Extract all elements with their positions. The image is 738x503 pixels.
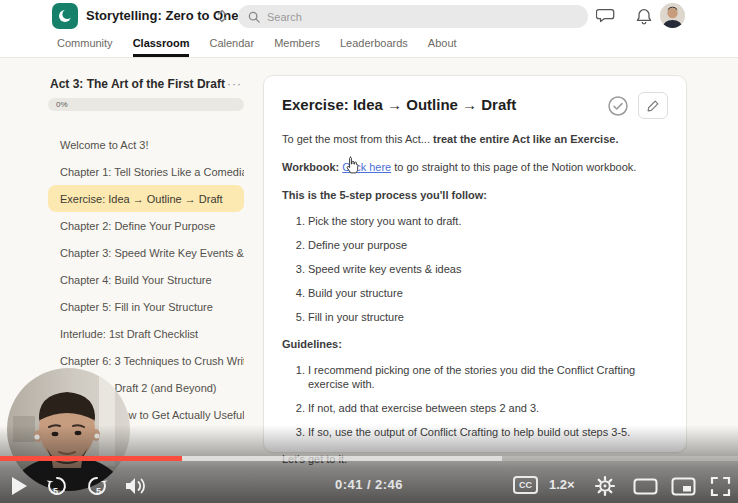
avatar-photo [660, 3, 685, 28]
time-display: 0:41/2:46 [333, 477, 405, 492]
rewind-5-button[interactable]: 5 [45, 474, 69, 498]
lesson-item[interactable]: Welcome to Act 3! [48, 131, 244, 158]
svg-text:5: 5 [96, 486, 101, 496]
process-step: Define your purpose [308, 238, 668, 252]
search-input[interactable] [267, 11, 578, 23]
miniplayer-button[interactable] [671, 477, 696, 496]
module-header: Act 3: The Art of the First Draft ··· [48, 77, 244, 91]
lesson-card-header: Exercise: Idea → Outline → Draft [282, 92, 668, 119]
intro-text: To get the most from this Act... [282, 133, 433, 145]
pencil-icon [646, 99, 660, 113]
progress-label: 0% [56, 98, 68, 111]
mark-complete-icon[interactable] [607, 95, 629, 117]
tab-members[interactable]: Members [274, 32, 320, 57]
process-steps-list: Pick the story you want to draft. Define… [282, 214, 668, 324]
tab-calendar[interactable]: Calendar [209, 32, 254, 57]
forward-5-button[interactable]: 5 [85, 474, 109, 498]
crescent-moon-icon [56, 7, 74, 25]
search-icon [248, 11, 260, 23]
lesson-item[interactable]: Chapter 5: Fill in Your Structure [48, 293, 244, 320]
community-logo-icon[interactable] [52, 3, 78, 29]
workbook-paragraph: Workbook: Click here to go straight to t… [282, 160, 668, 175]
lesson-item[interactable]: Chapter 3: Speed Write Key Events & Idea… [48, 239, 244, 266]
module-more-icon[interactable]: ··· [227, 80, 242, 88]
lesson-item[interactable]: Chapter 1: Tell Stories Like a Comedian [48, 158, 244, 185]
workbook-label: Workbook: [282, 161, 342, 173]
workbook-suffix: to go straight to this page of the Notio… [391, 161, 636, 173]
lesson-actions [607, 92, 668, 119]
current-time: 0:41 [335, 477, 363, 492]
intro-paragraph: To get the most from this Act... treat t… [282, 132, 668, 147]
guideline-item: If so, use the output of Conflict Crafti… [308, 425, 668, 439]
seek-bar-played [0, 456, 182, 461]
tab-about[interactable]: About [428, 32, 457, 57]
chat-icon[interactable] [596, 6, 616, 26]
app-header: Storytelling: Zero to One [0, 0, 738, 32]
theater-mode-button[interactable] [633, 478, 658, 495]
fullscreen-button[interactable] [710, 476, 731, 497]
duration: 2:46 [375, 477, 403, 492]
module-title: Act 3: The Art of the First Draft [50, 77, 225, 91]
lesson-item[interactable]: Chapter 2: Define Your Purpose [48, 212, 244, 239]
search-bar[interactable] [238, 5, 588, 28]
lesson-item-active[interactable]: Exercise: Idea → Outline → Draft [48, 185, 244, 212]
play-button[interactable] [9, 475, 29, 497]
tab-classroom[interactable]: Classroom [133, 32, 190, 57]
community-switcher-icon[interactable] [216, 8, 228, 24]
process-step: Speed write key events & ideas [308, 262, 668, 276]
user-avatar[interactable] [660, 3, 685, 28]
main-nav: Community Classroom Calendar Members Lea… [0, 32, 738, 58]
tab-leaderboards[interactable]: Leaderboards [340, 32, 408, 57]
workbook-link[interactable]: Click here [342, 161, 391, 173]
settings-gear-icon[interactable] [594, 475, 616, 497]
process-heading: This is the 5-step process you'll follow… [282, 188, 668, 203]
notifications-bell-icon[interactable] [634, 7, 654, 27]
seek-bar[interactable] [0, 456, 738, 461]
captions-button[interactable]: CC [513, 476, 538, 494]
playback-speed-button[interactable]: 1.2× [549, 477, 575, 492]
svg-text:5: 5 [53, 486, 58, 496]
lesson-item[interactable]: Chapter 4: Build Your Structure [48, 266, 244, 293]
lesson-item[interactable]: Interlude: 1st Draft Checklist [48, 320, 244, 347]
edit-lesson-button[interactable] [638, 92, 668, 119]
intro-bold-text: treat the entire Act like an Exercise. [433, 133, 618, 145]
process-step: Fill in your structure [308, 310, 668, 324]
volume-button[interactable] [124, 476, 148, 496]
lesson-title: Exercise: Idea → Outline → Draft [282, 92, 516, 113]
process-step: Pick the story you want to draft. [308, 214, 668, 228]
guideline-item: I recommend picking one of the stories y… [308, 363, 668, 391]
process-step: Build your structure [308, 286, 668, 300]
tab-community[interactable]: Community [57, 32, 113, 57]
player-controls: 5 5 0:41/2:46 CC 1.2× [0, 470, 738, 503]
guidelines-heading: Guidelines: [282, 337, 668, 352]
time-separator: / [367, 477, 371, 492]
guidelines-list: I recommend picking one of the stories y… [282, 363, 668, 439]
guideline-item: If not, add that exercise between steps … [308, 401, 668, 415]
module-progress-bar: 0% [48, 98, 244, 111]
lesson-card: Exercise: Idea → Outline → Draft [263, 75, 687, 453]
video-frame: Storytelling: Zero to One [0, 0, 738, 503]
